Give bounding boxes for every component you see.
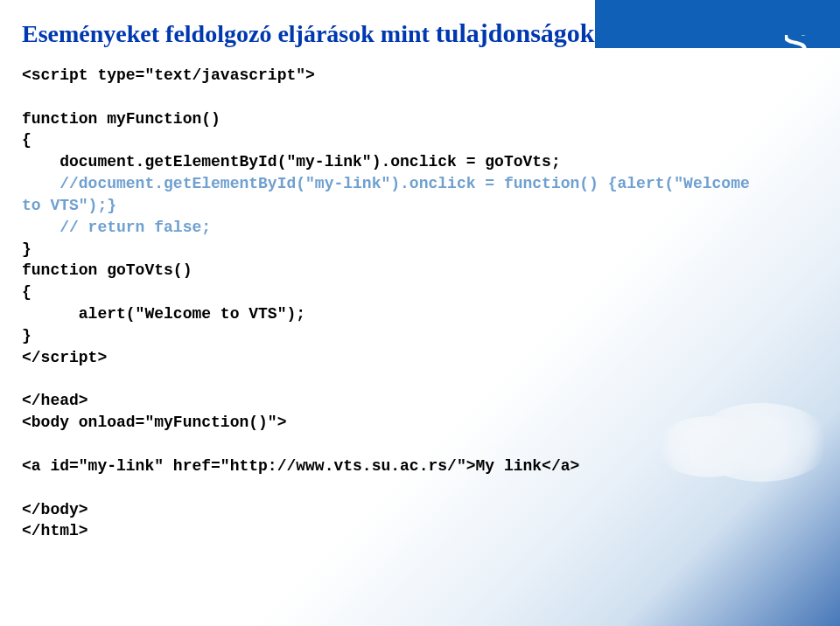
code-line: </body>: [22, 501, 88, 518]
code-line: <script type="text/javascript">: [22, 66, 315, 84]
code-line: alert("Welcome to VTS");: [22, 305, 305, 323]
code-line: </html>: [22, 522, 88, 539]
code-line: </script>: [22, 349, 107, 366]
code-line: }: [22, 327, 32, 344]
code-comment: //document.getElementById("my-link").onc…: [22, 175, 750, 192]
slide-title: Eseményeket feldolgozó eljárások mint tu…: [22, 17, 818, 49]
title-part1: Eseményeket feldolgozó eljárások mint: [22, 20, 436, 47]
code-line: {: [22, 131, 32, 149]
slide-container: Eseményeket feldolgozó eljárások mint tu…: [0, 0, 840, 560]
title-part2: tulajdonságok: [436, 18, 595, 47]
code-line: function myFunction(): [22, 110, 220, 128]
code-line: }: [22, 240, 32, 258]
code-line: {: [22, 283, 32, 301]
code-comment: to VTS");}: [22, 197, 116, 214]
code-line: document.getElementById("my-link").oncli…: [22, 153, 561, 170]
code-line: function goToVts(): [22, 261, 192, 279]
code-line: <a id="my-link" href="http://www.vts.su.…: [22, 457, 579, 475]
code-line: <body onload="myFunction()">: [22, 414, 286, 431]
code-comment: // return false;: [22, 219, 211, 236]
code-line: </head>: [22, 392, 88, 409]
code-block: <script type="text/javascript"> function…: [22, 65, 818, 542]
